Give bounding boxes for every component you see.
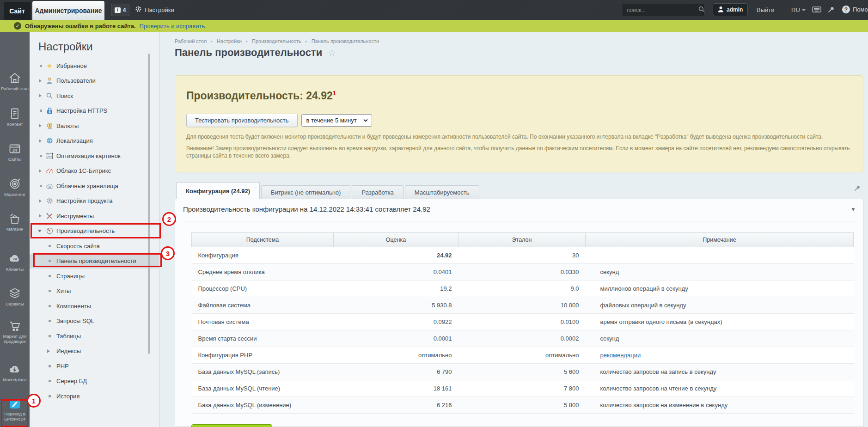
sidebar-item-services[interactable]: Сервисы: [0, 287, 30, 306]
test-performance-button[interactable]: Тестировать производительность: [186, 114, 298, 127]
tab-4[interactable]: Масштабируемость: [405, 185, 479, 199]
note-cell: количество запросов на запись в секунду: [586, 364, 854, 380]
sidebar-item-content[interactable]: Контент: [0, 107, 30, 127]
tab-2[interactable]: Битрикс (не оптимально): [261, 185, 350, 199]
expand-arrow-icon[interactable]: [39, 79, 42, 83]
menu-item-22-sub[interactable]: Сервер БД: [30, 374, 159, 389]
topbar-settings-button[interactable]: Настройки: [135, 6, 174, 14]
menu-item-9[interactable]: Облачные хранилища: [30, 178, 159, 194]
bottom-test-performance-button[interactable]: [191, 424, 272, 427]
menu-item-16-sub[interactable]: Хиты: [30, 284, 159, 299]
menu-item-label: Поиск: [56, 92, 73, 99]
breadcrumb-item[interactable]: Производительность: [252, 38, 301, 44]
menu-item-10[interactable]: Настройки продукта: [30, 194, 159, 209]
search-input[interactable]: [627, 7, 698, 13]
expand-arrow-icon[interactable]: [39, 124, 42, 128]
menu-scrollbar[interactable]: [148, 54, 150, 354]
logout-link[interactable]: Выйти: [757, 6, 775, 13]
breadcrumb-item[interactable]: Рабочий стол: [175, 38, 207, 44]
tab-administration[interactable]: Администрирование: [32, 1, 104, 20]
menu-item-17-sub[interactable]: Компоненты: [30, 299, 159, 314]
favorite-star-icon[interactable]: ☆: [328, 48, 336, 58]
user-button[interactable]: admin: [713, 3, 748, 16]
interval-select-value: в течение 5 минут: [306, 117, 357, 124]
cloud-red-icon: [46, 167, 53, 175]
globe-icon: [46, 137, 53, 145]
recommendations-link[interactable]: рекомендации: [600, 352, 641, 359]
sidebar-item-seller-market[interactable]: Маркет для продавцов: [0, 319, 30, 344]
expand-arrow-icon[interactable]: [39, 169, 42, 173]
breadcrumb-item[interactable]: Панель производительности: [312, 38, 379, 44]
sidebar-item-marketing[interactable]: Маркетинг: [0, 177, 30, 197]
menu-item-23-sub[interactable]: История: [30, 389, 159, 404]
user-icon: [46, 77, 53, 85]
standard-cell: оптимально: [458, 347, 586, 364]
menu-item-13-sub[interactable]: Скорость сайта: [30, 238, 159, 254]
sidebar-item-sites[interactable]: 24Сайты: [0, 142, 30, 162]
menu-item-21-sub[interactable]: PHP: [30, 359, 159, 374]
menu-item-6[interactable]: Локализация: [30, 134, 159, 149]
collapse-chevron-icon[interactable]: ▼: [850, 206, 856, 213]
menu-item-11[interactable]: Инструменты: [30, 208, 159, 224]
expand-arrow-icon[interactable]: [47, 349, 50, 353]
menu-item-19-sub[interactable]: Таблицы: [30, 329, 159, 344]
menu-item-label: Настройка HTTPS: [56, 107, 107, 114]
expand-arrow-icon[interactable]: [39, 214, 42, 218]
sidebar-item-home[interactable]: Рабочий стол: [0, 72, 30, 91]
bullet-marker: [40, 65, 42, 67]
menu-item-15-sub[interactable]: Страницы: [30, 268, 159, 284]
menu-item-label: Компоненты: [56, 303, 91, 310]
menu-item-label: Пользователи: [56, 77, 96, 84]
tab-3[interactable]: Разработка: [352, 185, 403, 199]
standard-cell: 30: [458, 247, 586, 264]
menu-item-1[interactable]: ★Избранное: [30, 58, 159, 73]
search-icon[interactable]: [698, 6, 705, 14]
hotkeys-keyboard-icon[interactable]: [812, 6, 821, 15]
pin-icon[interactable]: [827, 6, 835, 15]
collapse-arrow-icon[interactable]: [38, 230, 42, 232]
menu-item-14-sub[interactable]: Панель производительности: [30, 254, 159, 269]
table-row: База данных MySQL (чтение)18 1617 800кол…: [192, 380, 854, 397]
site-errors-alert: ✓ Обнаружены ошибки в работе сайта. Пров…: [0, 20, 868, 32]
tab-site[interactable]: Сайт: [4, 2, 31, 20]
chevron-down-icon: [363, 119, 368, 122]
menu-item-label: Оптимизация картинок: [56, 152, 121, 159]
menu-item-18-sub[interactable]: Запросы SQL: [30, 314, 159, 329]
sidebar-item-clients[interactable]: 24Клиенты: [0, 252, 30, 272]
help-button[interactable]: ? Помощь: [842, 6, 868, 13]
menu-item-7[interactable]: Оптимизация картинок: [30, 148, 159, 164]
menu-item-2[interactable]: Пользователи: [30, 73, 159, 89]
language-selector[interactable]: RU: [791, 6, 806, 13]
fix-errors-link[interactable]: Проверить и исправить.: [140, 23, 207, 30]
check-circle-icon: ✓: [14, 22, 21, 30]
menu-item-label: Страницы: [56, 273, 85, 280]
sidebar-item-label: Маркетинг: [4, 192, 25, 197]
menu-item-20-sub[interactable]: Индексы: [30, 344, 159, 359]
sidebar-item-bitrix24[interactable]: ★Переход в Битрикс24: [0, 397, 30, 421]
score-cell: 18 161: [334, 380, 458, 397]
cloud-icon: [46, 182, 53, 189]
menu-item-8[interactable]: Облако 1С-Битрикс: [30, 164, 159, 179]
expand-arrow-icon[interactable]: [39, 139, 42, 143]
sidebar-item-marketplace[interactable]: Marketplace: [0, 363, 30, 382]
sidebar-item-store[interactable]: Магазин: [0, 212, 30, 232]
sidebar-item-label: Marketplace: [3, 377, 27, 382]
breadcrumb: Рабочий стол▸Настройки▸Производительност…: [175, 38, 379, 44]
breadcrumb-item[interactable]: Настройки: [217, 38, 242, 44]
menu-item-3[interactable]: Поиск: [30, 88, 159, 104]
left-icon-sidebar: Рабочий столКонтент24СайтыМаркетингМагаз…: [0, 32, 30, 427]
bitrix24-icon: ★: [0, 397, 30, 410]
breadcrumb-separator: ▸: [306, 39, 307, 43]
pin-panel-icon[interactable]: [854, 185, 861, 194]
interval-select[interactable]: в течение 5 минут: [301, 114, 372, 127]
notifications-counter-button[interactable]: i 4: [111, 4, 129, 16]
expand-arrow-icon[interactable]: [39, 199, 42, 203]
bullet-marker: [40, 110, 42, 112]
performance-hint-panel: Производительность: 24.921 Тестировать п…: [175, 75, 863, 172]
menu-item-4[interactable]: SНастройка HTTPS: [30, 104, 159, 119]
table-row: Конфигурация24.9230: [192, 247, 854, 264]
tab-1[interactable]: Конфигурация (24.92): [176, 182, 260, 199]
menu-item-5[interactable]: $Валюты: [30, 118, 159, 134]
menu-item-12[interactable]: Производительность: [30, 224, 159, 239]
expand-arrow-icon[interactable]: [39, 94, 42, 98]
